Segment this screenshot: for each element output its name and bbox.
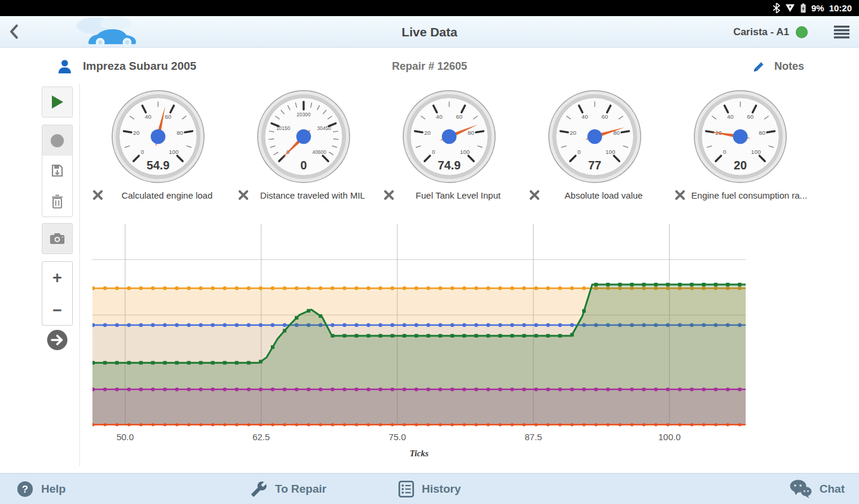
close-icon[interactable] xyxy=(529,190,540,200)
svg-text:0: 0 xyxy=(723,149,727,155)
svg-text:20: 20 xyxy=(133,129,140,136)
gauge-calculated-engine-load: 02040608010054.9 xyxy=(85,89,231,186)
svg-text:20: 20 xyxy=(424,129,431,136)
svg-text:30450: 30450 xyxy=(317,125,332,131)
device-selector[interactable]: Carista - A1 xyxy=(733,16,808,48)
svg-text:20300: 20300 xyxy=(296,112,311,118)
svg-text:100: 100 xyxy=(751,149,761,155)
svg-text:40: 40 xyxy=(436,113,443,120)
bluetooth-icon xyxy=(773,3,780,13)
save-icon xyxy=(50,164,64,178)
gauge-label-cell: Fuel Tank Level Input xyxy=(376,190,522,200)
back-chevron-icon xyxy=(8,24,19,39)
menu-button[interactable] xyxy=(833,26,850,41)
svg-text:60: 60 xyxy=(601,113,608,120)
status-bar: 9% 10:20 xyxy=(0,0,859,16)
notes-button[interactable]: Notes xyxy=(753,52,804,80)
app-logo xyxy=(69,16,148,50)
close-icon[interactable] xyxy=(238,190,249,200)
chat-icon xyxy=(789,480,812,499)
close-icon[interactable] xyxy=(92,190,103,200)
info-row: Impreza Subaru 2005 Repair # 12605 Notes xyxy=(0,52,859,80)
svg-text:40: 40 xyxy=(582,113,588,120)
svg-text:60: 60 xyxy=(456,113,462,120)
live-data-chart[interactable]: 50.062.575.087.5100.0Ticks xyxy=(92,224,749,462)
gauge-dial: 02040608010077 xyxy=(548,89,642,184)
gauge-label-cell: Distance traveled with MIL xyxy=(231,190,376,200)
save-button[interactable] xyxy=(42,156,72,186)
gauge-label-cell: Absolute load value xyxy=(522,190,668,200)
pan-right-button[interactable] xyxy=(47,329,68,351)
help-label: Help xyxy=(41,483,66,496)
gauge-labels-row: Calculated engine load Distance traveled… xyxy=(85,190,813,200)
notes-label: Notes xyxy=(774,60,804,73)
battery-percent: 9% xyxy=(811,3,824,13)
repair-id: Repair # 12605 xyxy=(0,52,859,80)
svg-text:80: 80 xyxy=(177,129,183,136)
live-data-screen: 9% 10:20 Live Data Carista - A1 xyxy=(0,0,859,504)
history-button[interactable]: History xyxy=(398,474,461,504)
svg-text:60: 60 xyxy=(747,113,753,120)
svg-text:0: 0 xyxy=(141,149,144,155)
wrench-icon xyxy=(251,481,267,497)
close-icon[interactable] xyxy=(384,190,394,200)
svg-text:100: 100 xyxy=(605,149,616,155)
pencil-icon xyxy=(753,60,765,73)
screenshot-button[interactable] xyxy=(42,223,73,254)
to-repair-label: To Repair xyxy=(275,483,326,496)
bottom-bar: ? Help To Repair History xyxy=(0,473,859,504)
svg-text:0: 0 xyxy=(301,159,307,172)
zoom-group: + − xyxy=(42,261,73,326)
back-button[interactable] xyxy=(8,24,24,41)
svg-text:75.0: 75.0 xyxy=(388,432,406,442)
to-repair-button[interactable]: To Repair xyxy=(251,474,326,504)
chat-button[interactable]: Chat xyxy=(789,474,845,504)
svg-text:20: 20 xyxy=(570,129,576,136)
delete-button[interactable] xyxy=(42,186,72,217)
help-button[interactable]: ? Help xyxy=(17,474,66,504)
pid-label: Distance traveled with MIL xyxy=(249,190,376,200)
svg-text:50.0: 50.0 xyxy=(116,432,134,442)
battery-icon xyxy=(800,3,807,13)
gauges-row: 02040608010054.9 0101502030030450406000 … xyxy=(85,89,813,186)
history-icon xyxy=(398,481,414,497)
pid-label: Calculated engine load xyxy=(103,190,231,200)
camera-icon xyxy=(50,233,65,245)
device-label: Carista - A1 xyxy=(733,26,789,38)
toolbar-divider xyxy=(79,84,80,466)
arrow-right-icon xyxy=(47,329,68,351)
header: Live Data Carista - A1 xyxy=(0,16,859,48)
network-shield-icon xyxy=(785,4,795,13)
trash-icon xyxy=(51,194,64,209)
svg-text:60: 60 xyxy=(165,113,171,120)
svg-text:80: 80 xyxy=(468,129,474,136)
chart-area: 50.062.575.087.5100.0Ticks xyxy=(92,224,749,465)
svg-text:?: ? xyxy=(22,484,28,495)
gauge-absolute-load: 02040608010077 xyxy=(522,89,668,186)
gauge-distance-with-mil: 0101502030030450406000 xyxy=(231,89,376,186)
svg-text:54.9: 54.9 xyxy=(147,159,169,172)
zoom-in-button[interactable]: + xyxy=(42,262,72,294)
gauge-fuel-consumption: 02040608010020 xyxy=(668,89,813,186)
play-button[interactable] xyxy=(42,86,73,118)
svg-text:40: 40 xyxy=(145,113,152,120)
history-label: History xyxy=(422,483,461,496)
gauge-label-cell: Engine fuel consumption ra... xyxy=(668,190,813,200)
svg-text:100: 100 xyxy=(460,149,470,155)
close-icon[interactable] xyxy=(675,190,685,200)
gauge-dial: 02040608010054.9 xyxy=(111,89,205,184)
svg-text:0: 0 xyxy=(577,149,581,155)
pid-label: Fuel Tank Level Input xyxy=(394,190,522,200)
svg-text:20: 20 xyxy=(734,159,747,172)
play-icon xyxy=(51,95,64,109)
gauge-label-cell: Calculated engine load xyxy=(85,190,231,200)
svg-text:10150: 10150 xyxy=(276,125,291,131)
svg-text:77: 77 xyxy=(588,159,601,172)
pid-label: Absolute load value xyxy=(540,190,668,200)
zoom-out-button[interactable]: − xyxy=(42,294,72,326)
svg-text:100: 100 xyxy=(169,149,179,155)
svg-text:62.5: 62.5 xyxy=(252,432,270,442)
record-button[interactable] xyxy=(42,125,72,156)
gauge-dial: 02040608010020 xyxy=(693,89,787,184)
svg-text:40600: 40600 xyxy=(313,149,327,155)
